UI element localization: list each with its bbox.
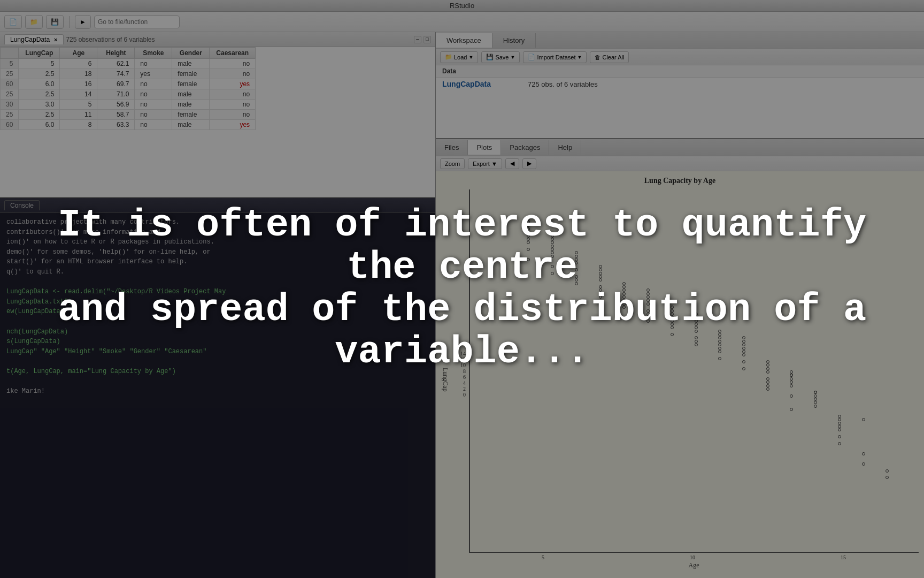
scatter-dot <box>766 363 769 367</box>
scatter-dot <box>695 316 698 319</box>
scatter-dot <box>790 381 793 384</box>
scatter-dot <box>742 360 745 363</box>
export-button[interactable]: Export ▼ <box>468 158 502 169</box>
scatter-dot <box>575 278 578 282</box>
scatter-dot <box>695 340 698 343</box>
data-tab[interactable]: LungCapData ✕ <box>4 34 64 44</box>
scatter-dot <box>646 320 650 323</box>
console-line: contributors()' for more information and <box>6 227 429 238</box>
open-file-button[interactable]: 📁 <box>25 15 43 29</box>
table-row: 252.51471.0nomaleno <box>1 89 256 100</box>
scatter-dot <box>766 360 769 363</box>
scatter-dot <box>575 251 578 254</box>
maximize-button[interactable]: □ <box>424 36 431 43</box>
console-line: q()' to quit R. <box>6 267 429 277</box>
scatter-dot <box>671 333 674 336</box>
scatter-dot <box>575 255 578 258</box>
help-tab[interactable]: Help <box>549 140 581 155</box>
scatter-dot <box>695 320 698 323</box>
scatter-dot <box>718 347 721 350</box>
scatter-dot <box>622 292 626 295</box>
table-cell: 2.5 <box>19 89 60 100</box>
close-tab-button[interactable]: ✕ <box>53 37 58 43</box>
scatter-dot <box>742 367 745 370</box>
table-cell: 3.0 <box>19 100 60 110</box>
console-tab[interactable]: Console <box>4 200 40 210</box>
console-content: collaborative project with many contribu… <box>0 213 435 401</box>
scatter-dot <box>599 275 602 278</box>
workspace-tab[interactable]: Workspace <box>436 33 492 48</box>
console-line <box>6 317 429 327</box>
scatter-dot <box>886 476 889 479</box>
zoom-button[interactable]: Zoom <box>440 158 465 169</box>
files-tab[interactable]: Files <box>436 140 468 155</box>
table-cell: yes <box>210 120 256 130</box>
import-dataset-button[interactable]: 📄 Import Dataset ▼ <box>523 51 587 63</box>
row-number: 5 <box>1 59 19 69</box>
left-panel: LungCapData ✕ 725 observations of 6 vari… <box>0 32 436 578</box>
workspace-variable-row[interactable]: LungCapData 725 obs. of 6 variables <box>436 78 924 90</box>
scatter-dot <box>527 224 530 227</box>
right-panel: Workspace History 📁 Load ▼ 💾 Save ▼ 📄 Im… <box>436 32 924 578</box>
scatter-dot <box>527 234 530 238</box>
scatter-dot <box>766 384 769 387</box>
scatter-dot <box>646 299 650 302</box>
table-cell: 56.9 <box>97 100 135 110</box>
table-cell: 69.7 <box>97 79 135 89</box>
scatter-dot <box>790 408 793 411</box>
col-height[interactable]: Height <box>97 48 135 59</box>
scatter-dot <box>671 323 674 326</box>
history-tab[interactable]: History <box>492 33 536 48</box>
app-title: RStudio <box>450 2 474 10</box>
table-cell: 58.7 <box>97 110 135 120</box>
col-lungcap[interactable]: LungCap <box>19 48 60 59</box>
variable-name: LungCapData <box>442 80 517 88</box>
col-age[interactable]: Age <box>60 48 97 59</box>
col-caesarean[interactable]: Caesarean <box>210 48 256 59</box>
forward-button[interactable]: ► <box>75 15 91 29</box>
row-number: 25 <box>1 89 19 100</box>
scatter-dot <box>742 347 745 350</box>
scatter-dot <box>790 384 793 387</box>
scatter-dot <box>862 462 865 466</box>
save-ws-button[interactable]: 💾 Save ▼ <box>481 51 520 63</box>
scatter-dot <box>718 350 721 353</box>
data-table[interactable]: LungCap Age Height Smoke Gender Caesarea… <box>0 47 435 197</box>
scatter-dot <box>814 391 817 394</box>
scatter-dot <box>646 292 650 295</box>
table-cell: male <box>172 59 210 69</box>
console-line: start()' for an HTML browser interface t… <box>6 257 429 267</box>
scatter-dot <box>718 340 721 343</box>
table-cell: no <box>210 59 256 69</box>
clear-all-button[interactable]: 🗑 Clear All <box>590 51 629 63</box>
minimize-button[interactable]: — <box>414 36 421 43</box>
table-cell: female <box>172 69 210 79</box>
plots-tab[interactable]: Plots <box>468 140 501 155</box>
scatter-dot <box>527 241 530 244</box>
scatter-dot <box>790 394 793 398</box>
nav-next-button[interactable]: ▶ <box>522 158 536 169</box>
scatter-dot <box>790 370 793 374</box>
scatter-dot <box>527 217 530 220</box>
table-cell: no <box>135 120 172 130</box>
new-file-button[interactable]: 📄 <box>4 15 22 29</box>
scatter-dot <box>646 313 650 316</box>
save-button[interactable]: 💾 <box>46 15 64 29</box>
scatter-dot <box>599 268 602 271</box>
go-to-input[interactable] <box>94 16 180 28</box>
load-button[interactable]: 📁 Load ▼ <box>440 51 478 63</box>
scatter-dot <box>814 401 817 404</box>
console-panel: Console collaborative project with many … <box>0 198 435 578</box>
import-icon: 📄 <box>528 54 535 60</box>
scatter-dot <box>551 234 554 238</box>
packages-tab[interactable]: Packages <box>501 140 549 155</box>
col-smoke[interactable]: Smoke <box>135 48 172 59</box>
nav-prev-button[interactable]: ◀ <box>505 158 519 169</box>
scatter-dot <box>742 336 745 339</box>
row-number: 25 <box>1 110 19 120</box>
col-gender[interactable]: Gender <box>172 48 210 59</box>
scatter-dot <box>838 435 841 438</box>
table-cell: no <box>210 110 256 120</box>
table-row: 252.51158.7nofemaleno <box>1 110 256 120</box>
scatter-dot <box>695 313 698 316</box>
